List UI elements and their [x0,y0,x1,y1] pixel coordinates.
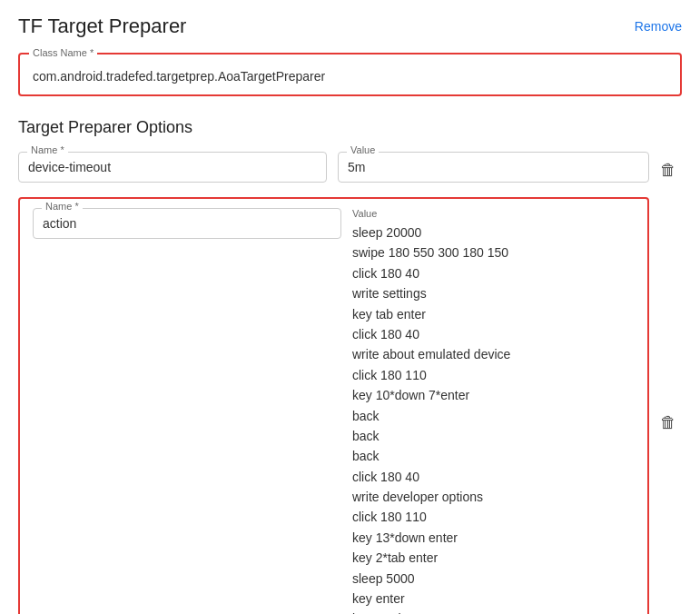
value-line: key 2*tab enter [352,548,635,568]
option-row-2-bordered: Name * Value sleep 20000swipe 180 550 30… [18,197,649,614]
option1-delete-button[interactable]: 🗑 [660,155,682,180]
remove-button[interactable]: Remove [635,19,682,34]
option1-name-input[interactable] [18,152,327,183]
value-line: back [352,446,635,466]
options-section-title: Target Preparer Options [18,118,682,137]
value-line: write settings [352,283,635,303]
value-line: click 180 110 [352,365,635,385]
option2-delete-icon: 🗑 [660,413,676,431]
option2-name-label: Name * [42,201,83,212]
option2-name-input[interactable] [33,208,341,239]
option1-name-label: Name * [27,144,68,155]
option2-value-content: sleep 20000swipe 180 550 300 180 150clic… [352,223,635,614]
value-line: back [352,426,635,446]
option1-delete-icon: 🗑 [660,161,676,179]
option1-name-wrap: Name * [18,152,327,183]
class-name-value: com.android.tradefed.targetprep.AoaTarge… [33,65,667,84]
value-line: sleep 5000 [352,569,635,589]
page-header: TF Target Preparer Remove [18,15,682,38]
value-line: swipe 180 550 300 180 150 [352,243,635,262]
option2-name-wrap: Name * [33,208,341,239]
option2-value-label: Value [352,208,635,219]
option2-value-wrap: Value sleep 20000swipe 180 550 300 180 1… [352,208,635,614]
value-line: key 10*down 7*enter [352,385,635,405]
option1-value-wrap: Value [338,152,649,183]
option-row-2-outer: Name * Value sleep 20000swipe 180 550 30… [18,197,682,614]
value-line: write developer options [352,487,635,507]
page-title: TF Target Preparer [18,15,186,38]
value-line: sleep 20000 [352,223,635,243]
value-line: click 180 110 [352,507,635,527]
value-line: key 2*tab enter [352,609,635,614]
class-name-label: Class Name * [29,47,97,58]
value-line: write about emulated device [352,344,635,364]
value-line: click 180 40 [352,467,635,487]
value-line: key tab enter [352,304,635,324]
option-row-1: Name * Value 🗑 [18,152,682,183]
option1-value-label: Value [347,144,379,155]
value-line: click 180 40 [352,263,635,283]
option1-value-input[interactable] [338,152,649,183]
value-line: click 180 40 [352,324,635,344]
option2-delete-button[interactable]: 🗑 [660,408,682,432]
class-name-section: Class Name * com.android.tradefed.target… [18,53,682,96]
value-line: back [352,406,635,426]
value-line: key 13*down enter [352,528,635,548]
value-line: key enter [352,589,635,609]
